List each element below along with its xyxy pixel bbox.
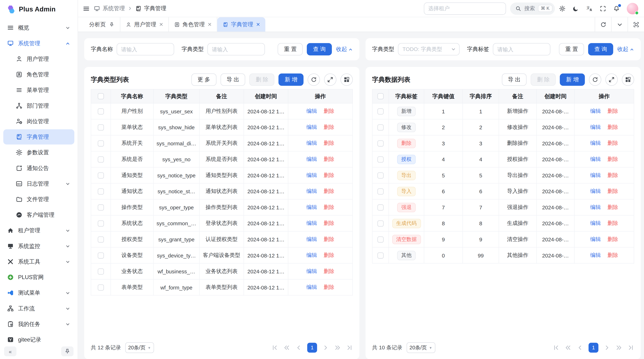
edit-link[interactable]: 编辑: [306, 268, 317, 274]
page-size-select[interactable]: 20条/页 ▼: [125, 342, 154, 353]
row-checkbox[interactable]: [378, 140, 384, 146]
notifications-button[interactable]: [613, 5, 620, 12]
row-checkbox[interactable]: [378, 156, 384, 163]
add-button[interactable]: 新 增: [278, 73, 304, 86]
row-checkbox[interactable]: [98, 204, 104, 210]
forward-pages-button[interactable]: [616, 344, 622, 351]
delete-link[interactable]: 删除: [608, 140, 618, 146]
edit-link[interactable]: 编辑: [590, 156, 601, 162]
page-size-select[interactable]: 20条/页 ▼: [406, 342, 435, 353]
sidebar-item-用户管理[interactable]: 用户管理: [3, 51, 74, 66]
edit-link[interactable]: 编辑: [306, 188, 317, 194]
delete-link[interactable]: 删除: [608, 108, 618, 114]
edit-link[interactable]: 编辑: [590, 188, 601, 194]
sidebar-item-参数设置[interactable]: 参数设置: [3, 145, 74, 160]
back-pages-button[interactable]: [283, 344, 290, 351]
edit-link[interactable]: 编辑: [590, 204, 601, 210]
row-checkbox[interactable]: [378, 237, 384, 243]
sidebar-item-部门管理[interactable]: 部门管理: [3, 98, 74, 113]
edit-link[interactable]: 编辑: [590, 172, 601, 178]
sidebar-item-岗位管理[interactable]: 岗位管理: [3, 114, 74, 129]
sidebar-item-文件管理[interactable]: 文件管理: [3, 192, 74, 207]
last-page-button[interactable]: [628, 344, 634, 351]
more-button[interactable]: 更 多: [192, 73, 216, 86]
first-page-button[interactable]: [272, 344, 278, 351]
tab-analysis[interactable]: 分析页: [84, 17, 120, 31]
close-icon[interactable]: [256, 22, 260, 26]
sidebar-item-我的任务[interactable]: 我的任务: [3, 317, 74, 332]
delete-link[interactable]: 删除: [608, 220, 618, 226]
edit-link[interactable]: 编辑: [306, 140, 317, 146]
export-button[interactable]: 导 出: [502, 73, 527, 86]
sidebar-item-系统管理[interactable]: 系统管理: [3, 36, 74, 51]
sidebar-item-系统监控[interactable]: 系统监控: [3, 239, 74, 254]
export-button[interactable]: 导 出: [220, 73, 246, 86]
row-checkbox[interactable]: [98, 188, 104, 195]
row-checkbox[interactable]: [98, 252, 104, 259]
delete-link[interactable]: 删除: [608, 172, 618, 178]
refresh-page-button[interactable]: [595, 17, 611, 31]
avatar[interactable]: [627, 3, 638, 14]
row-checkbox[interactable]: [378, 220, 384, 227]
dark-mode-button[interactable]: [572, 5, 579, 12]
edit-link[interactable]: 编辑: [306, 124, 317, 130]
sidebar-item-通知公告[interactable]: 通知公告: [3, 161, 74, 176]
language-button[interactable]: 文: [586, 5, 593, 12]
select-all-checkbox[interactable]: [378, 93, 384, 99]
edit-link[interactable]: 编辑: [590, 140, 601, 146]
edit-link[interactable]: 编辑: [590, 124, 601, 130]
row-checkbox[interactable]: [98, 156, 104, 163]
sidebar-item-字典管理[interactable]: 字典管理: [3, 129, 74, 144]
delete-link[interactable]: 删除: [608, 236, 618, 242]
sidebar-item-日志管理[interactable]: DEV日志管理: [3, 176, 74, 191]
last-page-button[interactable]: [346, 344, 353, 351]
delete-link[interactable]: 删除: [324, 172, 334, 178]
sidebar-item-工作流[interactable]: 工作流: [3, 301, 74, 316]
hamburger-menu-button[interactable]: [83, 5, 90, 12]
dict-name-input[interactable]: [117, 43, 174, 55]
delete-link[interactable]: 删除: [324, 140, 334, 146]
delete-link[interactable]: 删除: [324, 188, 334, 194]
row-checkbox[interactable]: [98, 220, 104, 227]
table-refresh-button[interactable]: [308, 73, 320, 86]
table-expand-button[interactable]: [605, 73, 618, 86]
row-checkbox[interactable]: [378, 108, 384, 114]
breadcrumb-item-system[interactable]: 系统管理: [94, 5, 125, 12]
table-refresh-button[interactable]: [589, 73, 601, 86]
edit-link[interactable]: 编辑: [306, 252, 317, 258]
delete-link[interactable]: 删除: [324, 124, 334, 130]
first-page-button[interactable]: [553, 344, 560, 351]
delete-link[interactable]: 删除: [324, 252, 334, 258]
row-checkbox[interactable]: [98, 108, 104, 114]
row-checkbox[interactable]: [378, 188, 384, 195]
row-checkbox[interactable]: [98, 172, 104, 178]
delete-link[interactable]: 删除: [324, 236, 334, 242]
forward-pages-button[interactable]: [334, 344, 341, 351]
dict-type-select[interactable]: TODO: 字典类型: [398, 43, 460, 55]
delete-link[interactable]: 删除: [324, 284, 334, 290]
delete-link[interactable]: 删除: [324, 204, 334, 210]
row-checkbox[interactable]: [378, 204, 384, 210]
delete-link[interactable]: 删除: [608, 188, 618, 194]
sidebar-item-gitee记录[interactable]: gitee记录: [3, 332, 74, 344]
delete-link[interactable]: 删除: [608, 204, 618, 210]
collapse-search-link[interactable]: 收起: [336, 45, 353, 53]
delete-link[interactable]: 删除: [324, 268, 334, 274]
edit-link[interactable]: 编辑: [590, 252, 601, 258]
row-checkbox[interactable]: [98, 237, 104, 243]
edit-link[interactable]: 编辑: [590, 108, 601, 114]
tab-menu-button[interactable]: [611, 17, 628, 31]
table-expand-button[interactable]: [324, 73, 336, 86]
edit-link[interactable]: 编辑: [590, 236, 601, 242]
sidebar-pin-button[interactable]: [61, 347, 74, 356]
row-checkbox[interactable]: [98, 124, 104, 130]
delete-link[interactable]: 删除: [324, 220, 334, 226]
sidebar-collapse-button[interactable]: «: [4, 347, 16, 356]
table-columns-button[interactable]: [622, 73, 634, 86]
sidebar-item-系统工具[interactable]: 系统工具: [3, 254, 74, 269]
settings-button[interactable]: [559, 5, 566, 12]
delete-link[interactable]: 删除: [608, 252, 618, 258]
close-icon[interactable]: [208, 22, 212, 26]
current-page[interactable]: 1: [307, 343, 317, 353]
edit-link[interactable]: 编辑: [306, 220, 317, 226]
